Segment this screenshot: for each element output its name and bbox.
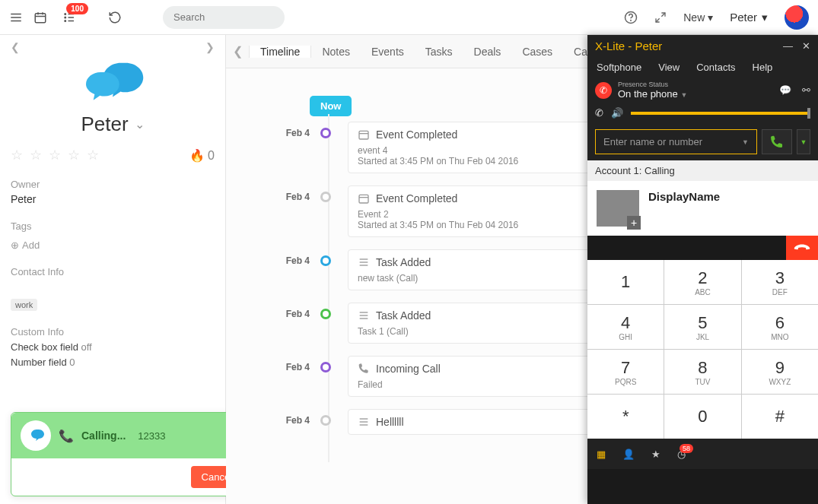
account-status: Account 1: Calling bbox=[587, 160, 818, 181]
rating-stars[interactable]: ☆ ☆ ☆ ☆ ☆ bbox=[11, 147, 100, 163]
minimize-icon[interactable]: — bbox=[783, 40, 793, 52]
dialpad: 12ABC3DEF4GHI5JKL6MNO7PQRS8TUV9WXYZ*0# bbox=[587, 260, 818, 439]
dialpad-key-8[interactable]: 8TUV bbox=[664, 350, 740, 394]
contact-sidebar: ❮ ❯ Peter ⌄ ☆ ☆ ☆ ☆ ☆ 🔥 0 Owner Peter Ta… bbox=[0, 35, 226, 504]
svg-point-9 bbox=[65, 17, 66, 18]
tab-notes[interactable]: Notes bbox=[311, 46, 361, 58]
dialpad-toggle-icon[interactable]: ▦ bbox=[597, 449, 606, 460]
now-pill: Now bbox=[310, 96, 352, 116]
hangup-button[interactable] bbox=[786, 236, 818, 260]
number-field: Number field 0 bbox=[11, 357, 215, 368]
svg-rect-3 bbox=[35, 13, 46, 22]
timeline-date: Feb 4 bbox=[272, 409, 310, 426]
call-options-icon[interactable]: ▼ bbox=[797, 129, 810, 154]
user-menu[interactable]: Peter ▾ bbox=[730, 11, 768, 24]
phone-icon: 📞 bbox=[59, 429, 74, 443]
new-button[interactable]: New ▾ bbox=[683, 11, 713, 24]
timeline-dot bbox=[320, 255, 331, 266]
search-input[interactable] bbox=[173, 11, 301, 23]
timeline-date: Feb 4 bbox=[272, 185, 310, 202]
speaker-icon[interactable]: 🔊 bbox=[611, 107, 623, 119]
svg-rect-19 bbox=[359, 131, 368, 139]
svg-line-18 bbox=[656, 18, 660, 22]
timeline-date: Feb 4 bbox=[272, 122, 310, 138]
call-button[interactable] bbox=[762, 129, 792, 154]
contact-avatar-icon bbox=[78, 56, 147, 109]
caller-display-name: DisplayName bbox=[648, 190, 720, 203]
dialpad-key-4[interactable]: 4GHI bbox=[587, 305, 664, 349]
tab-timeline[interactable]: Timeline bbox=[249, 46, 311, 58]
content-area: ❮ TimelineNotesEventsTasksDealsCasesCamp… bbox=[226, 35, 818, 504]
tab-tasks[interactable]: Tasks bbox=[415, 46, 463, 58]
notification-badge: 100 bbox=[66, 3, 88, 14]
volume-slider[interactable] bbox=[631, 112, 810, 115]
favorites-icon[interactable]: ★ bbox=[651, 449, 660, 460]
tab-events[interactable]: Events bbox=[361, 46, 415, 58]
dial-input[interactable]: Enter name or number ▼ bbox=[595, 129, 757, 154]
tasks-icon[interactable]: 100 bbox=[62, 11, 76, 24]
work-chip: work bbox=[11, 299, 37, 311]
cal-icon bbox=[358, 192, 370, 204]
history-icon[interactable]: ◷ bbox=[677, 449, 686, 460]
tab-deals[interactable]: Deals bbox=[463, 46, 512, 58]
chevron-down-icon[interactable]: ▼ bbox=[742, 138, 749, 146]
custom-info-label: Custom Info bbox=[11, 326, 215, 338]
dialpad-key-6[interactable]: 6MNO bbox=[742, 305, 818, 349]
chevron-down-icon[interactable]: ▼ bbox=[680, 91, 687, 99]
timeline-title: Event Completed bbox=[376, 128, 457, 141]
contacts-icon[interactable]: 👤 bbox=[622, 449, 635, 460]
dialpad-key-7[interactable]: 7PQRS bbox=[587, 350, 664, 394]
chevron-down-icon: ▾ bbox=[762, 11, 768, 24]
search-box[interactable] bbox=[163, 6, 285, 29]
voicemail-icon[interactable]: ⚯ bbox=[802, 84, 810, 96]
xlite-title: X-Lite - Peter bbox=[595, 40, 662, 52]
dialpad-key-*[interactable]: * bbox=[587, 395, 664, 439]
dialpad-key-0[interactable]: 0 bbox=[664, 395, 740, 439]
timeline-dot bbox=[320, 192, 331, 202]
chevron-down-icon[interactable]: ⌄ bbox=[135, 117, 145, 132]
calendar-icon[interactable] bbox=[33, 11, 47, 24]
xlite-menu-contacts[interactable]: Contacts bbox=[696, 62, 735, 73]
help-icon[interactable] bbox=[624, 11, 638, 24]
avatar[interactable] bbox=[785, 5, 809, 30]
xlite-menu-help[interactable]: Help bbox=[753, 62, 773, 73]
xlite-menu-view[interactable]: View bbox=[658, 62, 680, 73]
presence-value[interactable]: On the phone bbox=[618, 88, 678, 100]
dialpad-key-9[interactable]: 9WXYZ bbox=[742, 350, 818, 394]
contact-name: Peter bbox=[81, 113, 128, 136]
svg-point-11 bbox=[65, 20, 66, 21]
menu-icon[interactable] bbox=[9, 11, 23, 24]
cal-icon bbox=[358, 128, 370, 141]
dialpad-key-5[interactable]: 5JKL bbox=[664, 305, 740, 349]
timeline-dot bbox=[320, 128, 331, 138]
dialpad-key-1[interactable]: 1 bbox=[587, 260, 664, 304]
timeline-title: Event Completed bbox=[376, 192, 457, 204]
timeline-dot bbox=[320, 309, 331, 319]
add-tag-button[interactable]: ⊕ Add bbox=[11, 239, 215, 251]
active-call-icon[interactable]: ✆ bbox=[595, 107, 603, 119]
timeline-title: Task Added bbox=[376, 309, 431, 322]
timeline-date: Feb 4 bbox=[272, 356, 310, 372]
dialpad-key-2[interactable]: 2ABC bbox=[664, 260, 740, 304]
chat-icon bbox=[21, 420, 51, 451]
caller-avatar-icon[interactable] bbox=[597, 190, 639, 227]
expand-icon[interactable] bbox=[654, 11, 667, 24]
tab-cases[interactable]: Cases bbox=[511, 46, 563, 58]
svg-rect-21 bbox=[359, 195, 368, 203]
contact-info-label: Contact Info bbox=[11, 266, 215, 277]
close-icon[interactable]: ✕ bbox=[802, 40, 810, 52]
lead-score: 🔥 0 bbox=[189, 148, 215, 163]
chat-bubble-icon[interactable]: 💬 bbox=[779, 84, 791, 96]
caller-info: DisplayName bbox=[587, 181, 818, 236]
next-contact-icon[interactable]: ❯ bbox=[205, 41, 215, 53]
prev-contact-icon[interactable]: ❮ bbox=[11, 41, 20, 53]
dialpad-key-3[interactable]: 3DEF bbox=[742, 260, 818, 304]
dialpad-key-#[interactable]: # bbox=[742, 395, 818, 439]
call-number: 12333 bbox=[138, 430, 165, 442]
list-icon bbox=[358, 416, 370, 428]
tab-back-icon[interactable]: ❮ bbox=[226, 44, 249, 59]
owner-label: Owner bbox=[11, 179, 215, 190]
list-icon bbox=[358, 309, 370, 322]
xlite-menu-softphone[interactable]: Softphone bbox=[597, 62, 641, 73]
history-icon[interactable] bbox=[108, 11, 122, 24]
